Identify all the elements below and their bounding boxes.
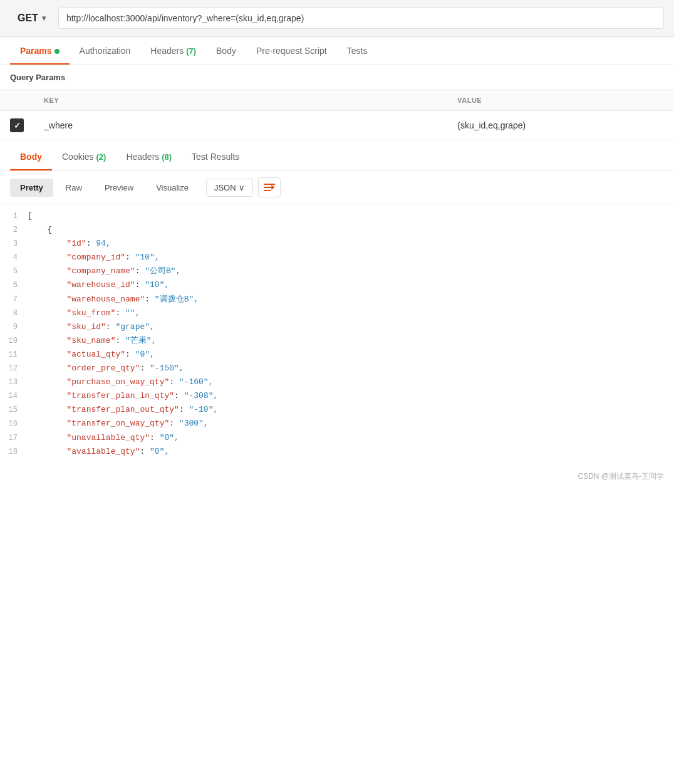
- line-content: "company_id": "10",: [28, 251, 669, 264]
- line-number: 13: [5, 375, 28, 389]
- row-key[interactable]: _where: [34, 111, 447, 140]
- row-checkbox-cell: [0, 111, 34, 140]
- tab-cookies[interactable]: Cookies (2): [52, 143, 116, 170]
- json-line: 3 "id": 94,: [0, 237, 674, 251]
- json-value: "调拨仓B",: [155, 295, 199, 304]
- line-content: {: [28, 223, 669, 237]
- params-dot: [54, 49, 60, 54]
- json-key: "sku_name": [66, 336, 115, 345]
- json-key: "order_pre_qty": [66, 363, 140, 373]
- row-checkbox[interactable]: [10, 118, 24, 132]
- format-bar: Pretty Raw Preview Visualize JSON ∨: [0, 171, 674, 204]
- json-key: "transfer_plan_in_qty": [66, 391, 174, 400]
- json-line: 1[: [0, 209, 674, 223]
- line-number: 3: [5, 237, 28, 250]
- json-key: "sku_from": [66, 308, 115, 318]
- json-line: 4 "company_id": "10",: [0, 251, 674, 264]
- response-tabs: Body Cookies (2) Headers (8) Test Result…: [0, 143, 674, 171]
- method-chevron: ▾: [42, 14, 46, 23]
- line-content: "id": 94,: [28, 237, 669, 251]
- line-number: 1: [5, 209, 28, 222]
- json-value: "-150",: [150, 363, 184, 373]
- json-value: "10",: [135, 253, 160, 262]
- json-line: 18 "available_qty": "0",: [0, 445, 674, 459]
- line-content: "company_name": "公司B",: [28, 264, 669, 278]
- tab-headers[interactable]: Headers (7): [140, 37, 206, 65]
- json-format-selector[interactable]: JSON ∨: [206, 179, 253, 197]
- line-content: "transfer_plan_in_qty": "-308",: [28, 389, 669, 403]
- json-body: 1[2 {3 "id": 94,4 "company_id": "10",5 "…: [0, 204, 674, 464]
- format-visualize-btn[interactable]: Visualize: [146, 179, 199, 197]
- line-number: 9: [5, 320, 28, 333]
- line-content: "order_pre_qty": "-150",: [28, 362, 669, 375]
- json-line: 15 "transfer_plan_out_qty": "-10",: [0, 403, 674, 417]
- tab-prerequest[interactable]: Pre-request Script: [246, 37, 337, 65]
- line-number: 12: [5, 362, 28, 375]
- query-params-header: Query Params: [0, 65, 674, 90]
- method-selector[interactable]: GET ▾: [10, 8, 53, 29]
- json-value: "grape",: [115, 322, 154, 332]
- line-content: "transfer_plan_out_qty": "-10",: [28, 403, 669, 417]
- line-content: "transfer_on_way_qty": "300",: [28, 417, 669, 431]
- line-number: 11: [5, 348, 28, 361]
- line-number: 6: [5, 278, 28, 291]
- tab-test-results[interactable]: Test Results: [182, 143, 249, 170]
- json-key: "company_name": [66, 266, 135, 276]
- format-raw-btn[interactable]: Raw: [56, 179, 92, 197]
- json-line: 17 "unavailable_qty": "0",: [0, 431, 674, 445]
- json-key: "transfer_on_way_qty": [66, 419, 169, 428]
- row-value[interactable]: (sku_id,eq,grape): [447, 111, 674, 140]
- watermark: CSDN @测试菜鸟-王同学: [0, 464, 674, 487]
- format-pretty-btn[interactable]: Pretty: [10, 179, 53, 197]
- json-line: 14 "transfer_plan_in_qty": "-308",: [0, 389, 674, 403]
- line-number: 4: [5, 251, 28, 264]
- tab-response-headers[interactable]: Headers (8): [116, 143, 182, 170]
- json-line: 9 "sku_id": "grape",: [0, 320, 674, 334]
- line-number: 2: [5, 223, 28, 236]
- json-value: "公司B",: [145, 266, 180, 276]
- tab-body[interactable]: Body: [206, 37, 246, 65]
- line-number: 8: [5, 306, 28, 320]
- json-key: "unavailable_qty": [66, 433, 150, 442]
- json-line: 13 "purchase_on_way_qty": "-160",: [0, 375, 674, 389]
- json-key: "sku_id": [66, 322, 105, 332]
- json-value: "-308",: [184, 391, 219, 400]
- json-value: "-160",: [179, 377, 214, 387]
- tab-params[interactable]: Params: [10, 37, 70, 65]
- line-number: 17: [5, 431, 28, 444]
- json-line: 12 "order_pre_qty": "-150",: [0, 362, 674, 375]
- tab-tests[interactable]: Tests: [337, 37, 378, 65]
- line-content: [: [28, 209, 669, 223]
- json-line: 16 "transfer_on_way_qty": "300",: [0, 417, 674, 431]
- json-format-chevron: ∨: [239, 183, 245, 192]
- json-key: "warehouse_id": [66, 280, 135, 290]
- json-line: 6 "warehouse_id": "10",: [0, 278, 674, 292]
- line-number: 7: [5, 293, 28, 306]
- wrap-button[interactable]: [258, 177, 281, 197]
- json-format-label: JSON: [214, 183, 236, 192]
- line-content: "actual_qty": "0",: [28, 348, 669, 362]
- format-preview-btn[interactable]: Preview: [95, 179, 143, 197]
- tab-authorization[interactable]: Authorization: [70, 37, 141, 65]
- line-content: "warehouse_name": "调拨仓B",: [28, 293, 669, 306]
- tab-response-body[interactable]: Body: [10, 143, 52, 170]
- json-line: 5 "company_name": "公司B",: [0, 264, 674, 278]
- line-content: "sku_from": "",: [28, 306, 669, 320]
- line-number: 15: [5, 403, 28, 416]
- json-value: "300",: [179, 419, 209, 428]
- json-key: "warehouse_name": [66, 295, 145, 304]
- json-value: "0",: [160, 433, 179, 442]
- json-value: "0",: [135, 350, 155, 359]
- method-label: GET: [18, 13, 38, 24]
- json-line: 10 "sku_name": "芒果",: [0, 334, 674, 348]
- json-value: "",: [125, 308, 140, 318]
- json-value: "0",: [150, 447, 169, 456]
- line-number: 5: [5, 264, 28, 278]
- json-key: "company_id": [66, 253, 125, 262]
- line-number: 10: [5, 334, 28, 347]
- line-content: "sku_id": "grape",: [28, 320, 669, 334]
- url-input[interactable]: [58, 8, 664, 29]
- json-value: 94,: [96, 239, 110, 248]
- params-table: KEY VALUE _where (sku_id,eq,grape): [0, 90, 674, 140]
- line-number: 18: [5, 445, 28, 458]
